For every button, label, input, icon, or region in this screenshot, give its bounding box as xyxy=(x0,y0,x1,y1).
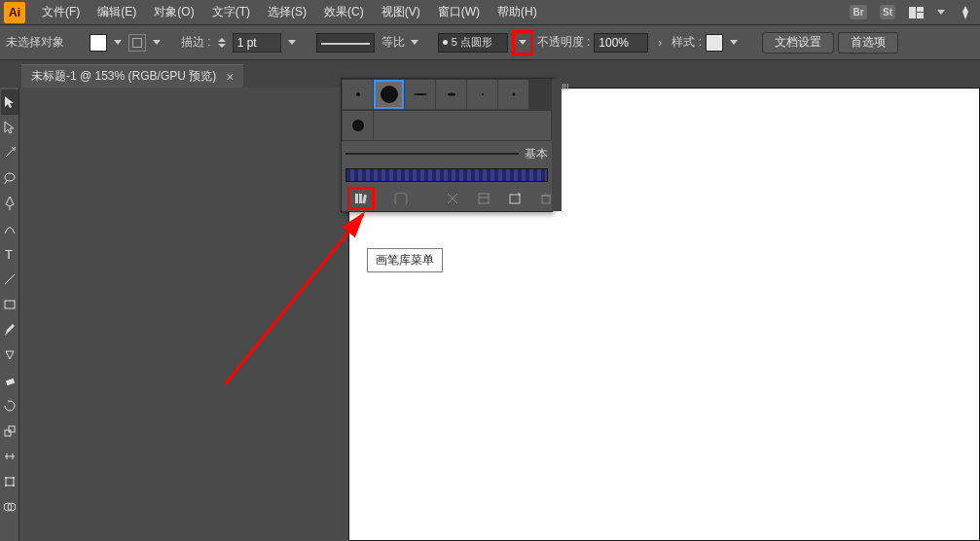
bridge-button[interactable]: Br xyxy=(847,3,870,22)
graphic-style-dropdown[interactable] xyxy=(727,34,741,52)
menu-object[interactable]: 对象(O) xyxy=(145,0,202,25)
brush-dot-icon xyxy=(443,40,448,45)
brush-art-row[interactable] xyxy=(342,166,552,186)
variable-width-profile[interactable] xyxy=(316,33,375,53)
svg-rect-32 xyxy=(542,196,550,203)
brush-item[interactable] xyxy=(343,80,373,109)
menu-bar: Ai 文件(F) 编辑(E) 对象(O) 文字(T) 选择(S) 效果(C) 视… xyxy=(0,0,980,25)
selection-tool[interactable] xyxy=(1,90,18,115)
brush-panel-footer xyxy=(342,186,552,211)
tooltip: 画笔库菜单 xyxy=(367,248,443,272)
brush-item-selected[interactable] xyxy=(374,80,404,109)
scale-tool[interactable] xyxy=(1,418,18,444)
menu-window[interactable]: 窗口(W) xyxy=(429,0,489,25)
type-tool[interactable]: T xyxy=(1,241,18,267)
svg-rect-25 xyxy=(359,194,362,203)
preferences-button[interactable]: 首选项 xyxy=(838,32,898,54)
svg-rect-24 xyxy=(355,194,358,203)
brush-item[interactable] xyxy=(405,80,435,109)
menu-effect[interactable]: 效果(C) xyxy=(315,0,373,25)
curvature-tool[interactable] xyxy=(1,216,18,241)
stroke-weight-dropdown[interactable] xyxy=(285,34,299,52)
arrange-documents-dropdown[interactable] xyxy=(934,4,948,21)
svg-point-21 xyxy=(482,93,484,95)
svg-rect-2 xyxy=(917,13,924,18)
menu-view[interactable]: 视图(V) xyxy=(373,0,429,25)
libraries-icon[interactable] xyxy=(394,190,408,207)
brush-basic-row[interactable]: 基本 xyxy=(342,141,552,166)
svg-point-19 xyxy=(414,93,427,95)
direct-selection-tool[interactable] xyxy=(1,115,18,140)
svg-point-20 xyxy=(448,93,455,96)
brush-item[interactable] xyxy=(343,111,373,140)
fill-swatch[interactable] xyxy=(90,34,107,52)
pen-tool[interactable] xyxy=(1,191,18,216)
panel-flyout-icon[interactable]: ≡ xyxy=(558,83,573,90)
profile-dropdown[interactable] xyxy=(408,34,421,52)
magic-wand-tool[interactable] xyxy=(1,140,18,165)
menu-edit[interactable]: 编辑(E) xyxy=(89,0,145,25)
paintbrush-tool[interactable] xyxy=(1,317,18,343)
menu-select[interactable]: 选择(S) xyxy=(259,0,315,25)
shaper-tool[interactable] xyxy=(1,343,18,368)
svg-rect-26 xyxy=(362,195,367,203)
svg-rect-29 xyxy=(479,194,489,203)
stroke-weight-field[interactable]: 1 pt xyxy=(233,33,281,53)
shape-builder-tool[interactable] xyxy=(1,494,18,520)
brush-definition-label: 5 点圆形 xyxy=(452,35,492,50)
stroke-decrease[interactable] xyxy=(215,34,229,52)
panel-scrollbar[interactable] xyxy=(552,79,562,211)
brush-options-icon[interactable] xyxy=(478,190,490,207)
brush-item[interactable] xyxy=(467,80,497,109)
svg-rect-8 xyxy=(5,430,11,436)
document-setup-button[interactable]: 文档设置 xyxy=(762,32,834,54)
opacity-more-icon[interactable]: › xyxy=(652,36,668,50)
stock-button[interactable]: St xyxy=(876,3,899,22)
svg-point-13 xyxy=(5,485,7,487)
stroke-label: 描边 : xyxy=(181,34,211,51)
brush-thumbnail-grid xyxy=(342,79,552,110)
svg-rect-1 xyxy=(917,7,924,12)
fill-dropdown[interactable] xyxy=(111,34,125,52)
remove-brush-stroke-icon[interactable] xyxy=(447,190,458,207)
brush-definition[interactable]: 5 点圆形 xyxy=(438,33,508,53)
svg-rect-9 xyxy=(9,426,15,432)
brush-item[interactable] xyxy=(498,80,528,109)
menu-file[interactable]: 文件(F) xyxy=(33,0,89,25)
menu-type[interactable]: 文字(T) xyxy=(203,0,259,25)
stroke-swatch-dropdown[interactable] xyxy=(150,34,163,52)
tab-close-icon[interactable]: × xyxy=(226,69,234,85)
arrange-documents-icon[interactable] xyxy=(905,3,928,22)
line-tool[interactable] xyxy=(1,267,18,292)
rectangle-tool[interactable] xyxy=(1,292,18,317)
menu-help[interactable]: 帮助(H) xyxy=(489,0,546,25)
tools-panel: T xyxy=(0,88,19,541)
width-tool[interactable] xyxy=(1,444,18,469)
selection-status: 未选择对象 xyxy=(6,34,64,51)
svg-rect-10 xyxy=(6,478,14,486)
rotate-tool[interactable] xyxy=(1,393,18,418)
app-logo: Ai xyxy=(4,2,25,23)
new-brush-icon[interactable] xyxy=(509,190,521,207)
brush-basic-label: 基本 xyxy=(525,146,548,162)
svg-point-12 xyxy=(13,477,15,479)
brush-libraries-menu-icon[interactable] xyxy=(352,190,370,207)
opacity-field[interactable]: 100% xyxy=(594,33,648,53)
lasso-tool[interactable] xyxy=(1,165,18,191)
brush-definition-dropdown[interactable] xyxy=(516,34,529,52)
document-tab[interactable]: 未标题-1 @ 153% (RGB/GPU 预览) × xyxy=(21,64,243,88)
eraser-tool[interactable] xyxy=(1,368,18,393)
document-tab-title: 未标题-1 @ 153% (RGB/GPU 预览) xyxy=(31,68,216,85)
svg-rect-0 xyxy=(909,7,916,18)
gpu-rocket-icon[interactable] xyxy=(954,3,977,22)
svg-rect-7 xyxy=(5,379,14,385)
free-transform-tool[interactable] xyxy=(1,469,18,494)
svg-point-14 xyxy=(13,485,15,487)
graphic-style-swatch[interactable] xyxy=(706,34,723,52)
svg-point-17 xyxy=(356,92,360,96)
brushes-dropdown-panel: 基本 ≡ xyxy=(341,78,553,212)
delete-brush-icon[interactable] xyxy=(540,190,552,207)
stroke-swatch[interactable] xyxy=(128,34,146,52)
brush-item[interactable] xyxy=(436,80,466,109)
svg-text:T: T xyxy=(5,248,13,260)
